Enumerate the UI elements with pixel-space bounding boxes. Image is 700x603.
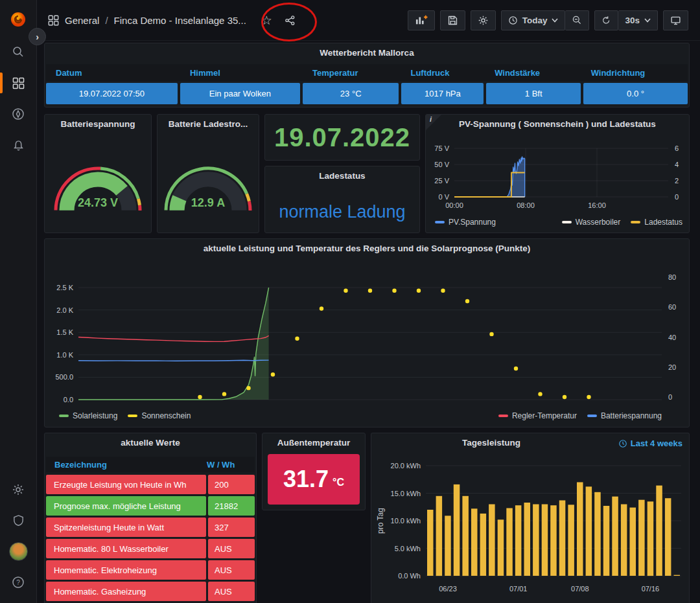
header: General / Finca Demo - Inselanlage 35...…	[36, 0, 700, 41]
row-label: Spitzenleistung Heute in Watt	[46, 518, 206, 537]
weather-table-row: 19.07.2022 07:50 Ein paar Wolken 23 °C 1…	[46, 83, 688, 104]
temperature-unit: °C	[332, 477, 344, 488]
legend-item-solarleistung[interactable]: Solarleistung	[59, 411, 117, 420]
apps-grid-icon	[48, 15, 59, 26]
row-value: 21882	[208, 496, 255, 516]
pv-chart[interactable]: 75 V50 V25 V0 V642000:0008:0016:00	[426, 115, 690, 234]
values-table-header: Bezeichnung W / Wh	[46, 457, 255, 472]
row-value: 200	[208, 475, 255, 494]
panel-title[interactable]: Batteriespannung	[45, 119, 151, 129]
user-avatar[interactable]	[0, 538, 36, 564]
main-legend-left: Solarleistung Sonnenschein	[59, 411, 191, 420]
sidebar-expand-button[interactable]: ›	[29, 28, 46, 45]
column-header: W / Wh	[207, 460, 255, 470]
legend-item-batteriespannung[interactable]: Batteriespannung	[587, 411, 662, 420]
weather-cell-luftdruck: 1017 hPa	[401, 83, 484, 104]
svg-text:15.0 kWh: 15.0 kWh	[391, 490, 421, 497]
panel-batteriespannung-gauge: Batteriespannung 24.73 V	[44, 114, 152, 233]
sidebar-item-alerting-bell-icon[interactable]	[0, 132, 36, 158]
row-value: AUS	[208, 560, 255, 580]
weather-cell-windrichtung: 0.0 °	[583, 83, 688, 104]
svg-text:0: 0	[668, 393, 672, 401]
svg-text:0 V: 0 V	[438, 193, 449, 201]
sidebar: ?	[0, 0, 37, 603]
row-value: AUS	[208, 539, 255, 558]
weather-table-header: Datum Himmel Temperatur Luftdruck Windst…	[46, 64, 688, 81]
svg-text:500.0: 500.0	[55, 373, 73, 381]
legend-item-pv-spannung[interactable]: PV.Spannung	[435, 218, 496, 227]
zoom-out-button[interactable]	[565, 10, 589, 30]
svg-text:0: 0	[675, 193, 679, 201]
refresh-button[interactable]	[594, 10, 618, 30]
svg-text:?: ?	[16, 579, 20, 586]
svg-text:pro Tag: pro Tag	[376, 508, 385, 534]
table-row: Homematic. 80 L Wasserboiler AUS	[46, 539, 255, 558]
grafana-logo-icon[interactable]	[0, 6, 36, 32]
svg-text:0.0: 0.0	[64, 396, 73, 404]
legend-item-regler-temperatur[interactable]: Regler-Temperatur	[498, 411, 577, 420]
settings-gear-icon[interactable]	[0, 477, 36, 503]
row-label: Prognose max. mögliche Leistung	[46, 496, 206, 516]
panel-title[interactable]: Wetterbericht Mallorca	[45, 48, 689, 58]
legend-item-wasserboiler[interactable]: Wasserboiler	[562, 218, 621, 227]
svg-text:25 V: 25 V	[434, 177, 449, 185]
legend-item-ladestatus[interactable]: Ladestatus	[631, 218, 682, 227]
time-range-label: Today	[522, 16, 548, 25]
row-value: AUS	[208, 582, 255, 601]
svg-text:75 V: 75 V	[434, 144, 449, 152]
sidebar-item-dashboards[interactable]	[0, 70, 36, 96]
shield-icon[interactable]	[0, 507, 36, 533]
column-header: Himmel	[180, 64, 303, 81]
svg-text:6: 6	[675, 144, 679, 152]
column-header: Luftdruck	[401, 64, 485, 81]
svg-text:0.0 Wh: 0.0 Wh	[398, 572, 421, 580]
toolbar: Today 30s	[408, 10, 688, 30]
svg-text:50 V: 50 V	[434, 161, 449, 168]
breadcrumb-dashboard-title[interactable]: Finca Demo - Inselanlage 35...	[114, 15, 246, 26]
pv-legend: PV.Spannung Wasserboiler Ladestatus	[435, 218, 682, 227]
temperature-value: 31.7	[283, 466, 329, 493]
svg-text:40: 40	[668, 334, 676, 341]
breadcrumb-section[interactable]: General	[65, 15, 99, 26]
star-icon[interactable]: ☆	[261, 14, 272, 27]
daily-bar-chart[interactable]: 20.0 kWh15.0 kWh10.0 kWh5.0 kWh0.0 Wh06/…	[371, 433, 690, 603]
row-label: Homematic. Elektroheizung	[46, 560, 206, 580]
share-icon[interactable]	[285, 15, 296, 26]
svg-text:80: 80	[668, 273, 676, 281]
column-header: Windstärke	[485, 64, 581, 81]
refresh-interval-dropdown[interactable]: 30s	[618, 10, 658, 30]
panel-aktuelle-werte: aktuelle Werte Bezeichnung W / Wh Erzeug…	[44, 433, 257, 603]
table-row: Homematic. Elektroheizung AUS	[46, 560, 255, 580]
panel-title[interactable]: Ladestatus	[265, 171, 419, 181]
weather-cell-himmel: Ein paar Wolken	[180, 83, 300, 104]
chevron-down-icon	[552, 18, 558, 23]
svg-text:07/01: 07/01	[509, 585, 528, 593]
svg-text:5.0 kWh: 5.0 kWh	[395, 545, 421, 552]
panel-ladestatus: Ladestatus normale Ladung	[264, 166, 420, 233]
grafana-dashboard: ? › General / Finca Demo - Inselanlage 3…	[0, 0, 700, 603]
kiosk-tv-button[interactable]	[663, 10, 688, 30]
dashboard-settings-button[interactable]	[471, 10, 496, 30]
sidebar-item-explore-compass-icon[interactable]	[0, 101, 36, 127]
row-value: 327	[208, 518, 255, 537]
help-icon[interactable]: ?	[0, 569, 36, 595]
time-picker-button[interactable]: Today	[501, 10, 566, 30]
svg-text:07/08: 07/08	[571, 585, 589, 593]
table-row: Erzeugte Leistung von Heute in Wh 200	[46, 475, 255, 494]
values-table-body: Erzeugte Leistung von Heute in Wh 200 Pr…	[46, 475, 255, 603]
legend-item-sonnenschein[interactable]: Sonnenschein	[128, 411, 191, 420]
refresh-interval-label: 30s	[625, 16, 640, 25]
add-panel-button[interactable]	[408, 10, 435, 30]
svg-text:1.0 K: 1.0 K	[56, 351, 73, 359]
panel-title[interactable]: Batterie Ladestro...	[158, 119, 259, 129]
panel-aussentemperatur: Außentemperatur 31.7 °C	[262, 433, 366, 510]
panel-title[interactable]: Außentemperatur	[262, 438, 365, 448]
svg-text:2: 2	[675, 177, 679, 185]
svg-text:06/23: 06/23	[439, 585, 457, 593]
save-dashboard-button[interactable]	[440, 10, 465, 30]
panel-wetterbericht: Wetterbericht Mallorca Datum Himmel Temp…	[44, 43, 690, 108]
column-header: Windrichtung	[581, 64, 688, 81]
column-header: Datum	[46, 64, 180, 81]
main-chart[interactable]: 2.5 K2.0 K1.5 K1.0 K500.00.0806040200	[45, 239, 690, 428]
panel-title[interactable]: aktuelle Werte	[45, 438, 256, 448]
